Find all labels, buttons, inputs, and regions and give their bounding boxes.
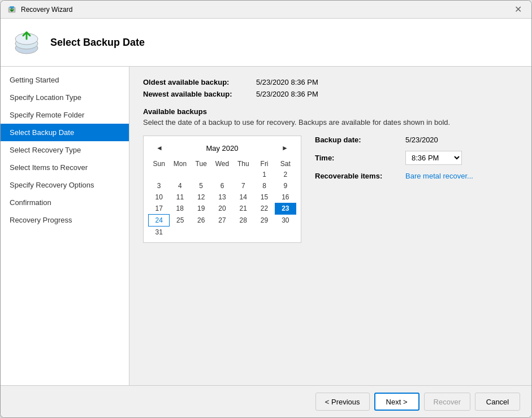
recover-button[interactable]: Recover [424,393,470,411]
calendar-cell[interactable]: 24 [149,215,170,227]
calendar-grid: SunMonTueWedThuFriSat 123456789101112131… [148,159,296,238]
calendar-cell[interactable]: 22 [254,203,275,215]
sidebar-item-confirmation[interactable]: Confirmation [1,194,129,211]
calendar-day-header-mon: Mon [170,159,191,169]
wizard-icon [7,5,16,14]
calendar-cell [233,169,254,180]
time-label: Time: [315,154,405,162]
title-bar-text: Recovery Wizard [21,6,511,14]
sidebar-item-select-recovery-type[interactable]: Select Recovery Type [1,141,129,159]
sidebar-item-select-items-to-recover[interactable]: Select Items to Recover [1,159,129,176]
calendar-cell[interactable]: 21 [233,203,254,215]
cancel-button[interactable]: Cancel [475,393,520,411]
newest-backup-value: 5/23/2020 8:36 PM [256,90,318,98]
backup-date-row: Backup date: 5/23/2020 [315,136,518,144]
available-backups-section: Available backups Select the date of a b… [143,107,518,243]
sidebar: Getting StartedSpecify Location TypeSpec… [1,67,129,385]
calendar-next-button[interactable]: ► [278,143,292,153]
calendar-cell[interactable]: 8 [254,180,275,191]
oldest-backup-value: 5/23/2020 8:36 PM [256,78,318,86]
previous-button[interactable]: < Previous [315,393,370,411]
calendar-cell [211,227,232,238]
time-row: Time: 8:36 PM [315,151,518,165]
content-area: Oldest available backup: 5/23/2020 8:36 … [129,67,531,385]
calendar-day-header-sun: Sun [149,159,170,169]
calendar-cell[interactable]: 5 [191,180,211,191]
calendar-cell[interactable]: 3 [149,180,170,191]
calendar-day-header-fri: Fri [254,159,275,169]
calendar-header: ◄ May 2020 ► [148,141,296,155]
calendar-cell [254,227,275,238]
sidebar-item-specify-recovery-options[interactable]: Specify Recovery Options [1,176,129,194]
calendar-cell[interactable]: 31 [149,227,170,238]
calendar-day-header-thu: Thu [233,159,254,169]
sidebar-item-select-backup-date[interactable]: Select Backup Date [1,124,129,141]
calendar-day-header-wed: Wed [211,159,232,169]
calendar-cell[interactable]: 27 [211,215,232,227]
calendar-cell[interactable]: 10 [149,191,170,203]
calendar-cell[interactable]: 19 [191,203,211,215]
close-button[interactable]: ✕ [511,3,525,16]
calendar-cell [149,169,170,180]
recoverable-items-row: Recoverable items: Bare metal recover... [315,172,518,180]
oldest-backup-row: Oldest available backup: 5/23/2020 8:36 … [143,78,518,86]
sidebar-item-specify-remote-folder[interactable]: Specify Remote Folder [1,106,129,124]
calendar-cell [211,169,232,180]
recoverable-items-label: Recoverable items: [315,172,405,180]
calendar-cell [191,169,211,180]
calendar-cell[interactable]: 13 [211,191,232,203]
details-panel: Backup date: 5/23/2020 Time: 8:36 PM Rec… [315,136,518,187]
calendar-day-header-sat: Sat [275,159,296,169]
calendar-cell[interactable]: 18 [170,203,191,215]
calendar-cell[interactable]: 28 [233,215,254,227]
calendar-cell[interactable]: 9 [275,180,296,191]
calendar-cell[interactable]: 4 [170,180,191,191]
calendar-cell[interactable]: 14 [233,191,254,203]
calendar-cell[interactable]: 17 [149,203,170,215]
newest-backup-label: Newest available backup: [143,90,256,98]
backup-date-value: 5/23/2020 [405,136,438,144]
calendar-cell[interactable]: 11 [170,191,191,203]
calendar-cell[interactable]: 15 [254,191,275,203]
calendar-cell [191,227,211,238]
calendar-cell[interactable]: 12 [191,191,211,203]
sidebar-item-getting-started[interactable]: Getting Started [1,71,129,89]
calendar-cell[interactable]: 1 [254,169,275,180]
backup-date-label: Backup date: [315,136,405,144]
calendar-cell[interactable]: 30 [275,215,296,227]
sidebar-item-recovery-progress[interactable]: Recovery Progress [1,211,129,229]
oldest-backup-label: Oldest available backup: [143,78,256,86]
calendar-cell[interactable]: 7 [233,180,254,191]
newest-backup-row: Newest available backup: 5/23/2020 8:36 … [143,90,518,98]
header-area: Select Backup Date [1,19,531,67]
calendar-container: ◄ May 2020 ► SunMonTueWedThuFriSat 12345… [143,136,301,243]
header-icon [12,28,41,57]
sidebar-item-specify-location-type[interactable]: Specify Location Type [1,89,129,106]
calendar-month-title: May 2020 [206,144,238,153]
recoverable-items-link[interactable]: Bare metal recover... [405,172,473,180]
calendar-cell [170,169,191,180]
calendar-and-details: ◄ May 2020 ► SunMonTueWedThuFriSat 12345… [143,136,518,243]
available-backups-desc: Select the date of a backup to use for r… [143,118,518,127]
footer: < Previous Next > Recover Cancel [1,385,531,417]
calendar-cell [275,227,296,238]
calendar-cell[interactable]: 20 [211,203,232,215]
calendar-day-header-tue: Tue [191,159,211,169]
calendar-cell[interactable]: 16 [275,191,296,203]
page-title: Select Backup Date [50,37,145,49]
calendar-cell [233,227,254,238]
time-select[interactable]: 8:36 PM [405,151,462,165]
calendar-cell [170,227,191,238]
calendar-cell[interactable]: 2 [275,169,296,180]
calendar-cell[interactable]: 6 [211,180,232,191]
main-content: Getting StartedSpecify Location TypeSpec… [1,67,531,385]
available-backups-title: Available backups [143,107,518,116]
calendar-prev-button[interactable]: ◄ [153,143,166,153]
next-button[interactable]: Next > [374,393,419,411]
calendar-cell[interactable]: 29 [254,215,275,227]
calendar-cell[interactable]: 25 [170,215,191,227]
calendar-cell[interactable]: 23 [275,203,296,215]
title-bar: Recovery Wizard ✕ [1,1,531,19]
calendar-cell[interactable]: 26 [191,215,211,227]
recovery-wizard-window: Recovery Wizard ✕ Select Backup Date Get… [0,0,532,418]
